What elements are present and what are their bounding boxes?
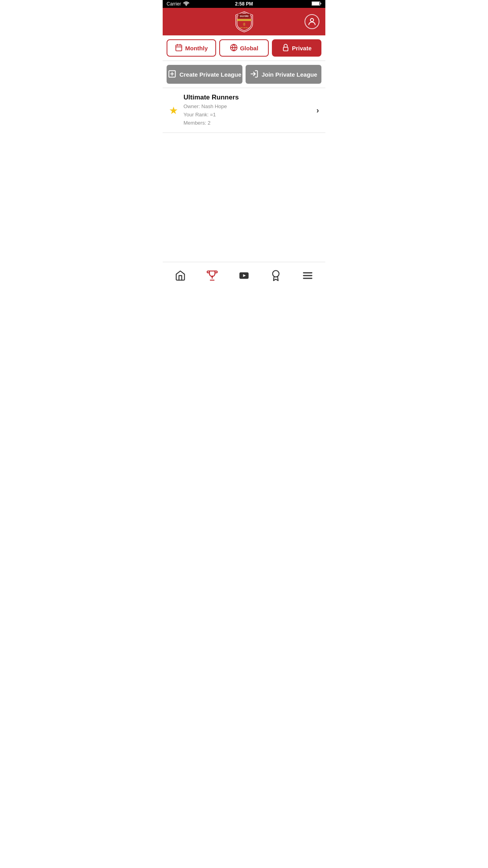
join-league-button[interactable]: Join Private League	[246, 65, 321, 84]
league-name: Ultimate Runners	[183, 94, 316, 101]
tab-private[interactable]: Private	[272, 39, 321, 57]
league-owner: Owner: Nash Hope	[183, 103, 316, 111]
wifi-icon	[183, 1, 189, 7]
profile-button[interactable]	[305, 14, 319, 29]
tab-row: Monthly Global Private	[163, 35, 325, 61]
svg-text:SALFORD: SALFORD	[240, 15, 249, 17]
video-icon	[238, 270, 250, 281]
action-row: Create Private League Join Private Leagu…	[163, 61, 325, 88]
status-bar: Carrier 2:58 PM	[163, 0, 325, 8]
nav-menu[interactable]	[292, 267, 323, 281]
bottom-nav	[163, 262, 325, 289]
globe-icon	[230, 44, 238, 53]
chevron-right-icon: ›	[316, 106, 319, 115]
svg-rect-10	[176, 45, 182, 51]
create-league-label: Create Private League	[180, 71, 242, 78]
join-league-label: Join Private League	[262, 71, 317, 78]
award-icon	[270, 270, 281, 281]
league-item[interactable]: ★ Ultimate Runners Owner: Nash Hope Your…	[163, 88, 325, 133]
plus-box-icon	[168, 70, 176, 79]
status-left: Carrier	[167, 1, 189, 7]
svg-text:RED DEVILS: RED DEVILS	[240, 27, 249, 29]
nav-awards[interactable]	[260, 267, 292, 281]
trophy-icon	[207, 270, 218, 281]
svg-point-9	[310, 18, 314, 22]
tab-global-label: Global	[240, 45, 259, 51]
svg-rect-4	[237, 19, 251, 21]
nav-home[interactable]	[165, 267, 196, 281]
login-icon	[250, 70, 259, 79]
header: SALFORD RED DEVILS 𝕾	[163, 8, 325, 35]
nav-trophy[interactable]	[196, 267, 228, 281]
tab-private-label: Private	[292, 45, 312, 51]
tab-monthly[interactable]: Monthly	[167, 39, 216, 57]
home-icon	[175, 270, 186, 281]
svg-rect-16	[283, 47, 288, 51]
league-info: Ultimate Runners Owner: Nash Hope Your R…	[183, 94, 316, 127]
tab-monthly-label: Monthly	[185, 45, 208, 51]
svg-text:𝕾: 𝕾	[243, 22, 246, 26]
tab-global[interactable]: Global	[219, 39, 269, 57]
menu-icon	[302, 270, 313, 281]
status-right	[312, 1, 321, 7]
svg-rect-3	[321, 3, 321, 4]
svg-point-0	[185, 5, 187, 6]
svg-rect-2	[312, 2, 319, 5]
create-league-button[interactable]: Create Private League	[167, 65, 242, 84]
status-time: 2:58 PM	[235, 1, 253, 7]
app-logo: SALFORD RED DEVILS 𝕾	[233, 11, 255, 33]
calendar-icon	[175, 44, 183, 53]
battery-icon	[312, 1, 321, 7]
svg-point-21	[212, 276, 213, 277]
league-rank: Your Rank: =1	[183, 111, 316, 119]
lock-icon	[282, 44, 290, 53]
league-list: ★ Ultimate Runners Owner: Nash Hope Your…	[163, 88, 325, 133]
svg-point-24	[273, 270, 279, 277]
star-icon: ★	[169, 105, 178, 116]
league-members: Members: 2	[183, 119, 316, 127]
carrier-label: Carrier	[167, 1, 181, 7]
nav-video[interactable]	[228, 267, 260, 281]
